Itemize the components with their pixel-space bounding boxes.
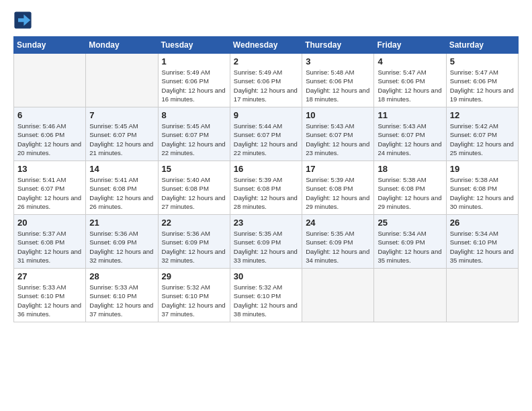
day-number: 28 bbox=[89, 271, 154, 281]
day-number: 18 bbox=[378, 164, 442, 174]
calendar-header-friday: Friday bbox=[374, 37, 446, 54]
day-number: 7 bbox=[89, 110, 154, 120]
day-info: Sunrise: 5:38 AMSunset: 6:08 PMDaylight:… bbox=[450, 175, 515, 211]
calendar-cell: 27Sunrise: 5:33 AMSunset: 6:10 PMDayligh… bbox=[14, 269, 86, 322]
calendar-cell bbox=[86, 54, 158, 107]
calendar-week-row: 20Sunrise: 5:37 AMSunset: 6:08 PMDayligh… bbox=[14, 215, 519, 269]
calendar-cell: 8Sunrise: 5:45 AMSunset: 6:07 PMDaylight… bbox=[158, 107, 230, 161]
day-info: Sunrise: 5:35 AMSunset: 6:09 PMDaylight:… bbox=[306, 229, 370, 265]
day-number: 17 bbox=[306, 164, 370, 174]
calendar-cell: 23Sunrise: 5:35 AMSunset: 6:09 PMDayligh… bbox=[230, 215, 302, 269]
day-number: 10 bbox=[306, 110, 370, 120]
day-info: Sunrise: 5:47 AMSunset: 6:06 PMDaylight:… bbox=[378, 68, 442, 103]
day-info: Sunrise: 5:32 AMSunset: 6:10 PMDaylight:… bbox=[234, 283, 298, 318]
day-number: 25 bbox=[378, 218, 442, 228]
day-number: 24 bbox=[306, 218, 370, 228]
day-info: Sunrise: 5:34 AMSunset: 6:09 PMDaylight:… bbox=[378, 229, 442, 265]
day-info: Sunrise: 5:43 AMSunset: 6:07 PMDaylight:… bbox=[378, 122, 442, 157]
calendar-header-saturday: Saturday bbox=[446, 37, 518, 54]
day-info: Sunrise: 5:44 AMSunset: 6:07 PMDaylight:… bbox=[234, 122, 298, 157]
day-info: Sunrise: 5:41 AMSunset: 6:07 PMDaylight:… bbox=[17, 175, 82, 211]
calendar-header-monday: Monday bbox=[86, 37, 158, 54]
day-info: Sunrise: 5:40 AMSunset: 6:08 PMDaylight:… bbox=[162, 175, 226, 211]
day-info: Sunrise: 5:38 AMSunset: 6:08 PMDaylight:… bbox=[378, 175, 442, 211]
calendar-cell: 18Sunrise: 5:38 AMSunset: 6:08 PMDayligh… bbox=[374, 161, 446, 215]
calendar-cell: 16Sunrise: 5:39 AMSunset: 6:08 PMDayligh… bbox=[230, 161, 302, 215]
day-number: 9 bbox=[234, 110, 298, 120]
calendar-cell: 4Sunrise: 5:47 AMSunset: 6:06 PMDaylight… bbox=[374, 54, 446, 107]
day-info: Sunrise: 5:33 AMSunset: 6:10 PMDaylight:… bbox=[89, 283, 154, 318]
calendar-cell: 2Sunrise: 5:49 AMSunset: 6:06 PMDaylight… bbox=[230, 54, 302, 107]
day-number: 8 bbox=[162, 110, 226, 120]
calendar-cell: 24Sunrise: 5:35 AMSunset: 6:09 PMDayligh… bbox=[302, 215, 374, 269]
calendar-cell: 15Sunrise: 5:40 AMSunset: 6:08 PMDayligh… bbox=[158, 161, 230, 215]
day-number: 14 bbox=[89, 164, 154, 174]
day-number: 23 bbox=[234, 218, 298, 228]
day-info: Sunrise: 5:45 AMSunset: 6:07 PMDaylight:… bbox=[89, 122, 154, 157]
calendar-cell: 14Sunrise: 5:41 AMSunset: 6:08 PMDayligh… bbox=[86, 161, 158, 215]
day-info: Sunrise: 5:35 AMSunset: 6:09 PMDaylight:… bbox=[234, 229, 298, 265]
day-number: 19 bbox=[450, 164, 515, 174]
calendar-cell: 29Sunrise: 5:32 AMSunset: 6:10 PMDayligh… bbox=[158, 269, 230, 322]
day-info: Sunrise: 5:45 AMSunset: 6:07 PMDaylight:… bbox=[162, 122, 226, 157]
calendar-cell bbox=[302, 269, 374, 322]
calendar-cell: 1Sunrise: 5:49 AMSunset: 6:06 PMDaylight… bbox=[158, 54, 230, 107]
calendar-week-row: 27Sunrise: 5:33 AMSunset: 6:10 PMDayligh… bbox=[14, 269, 519, 322]
calendar-week-row: 13Sunrise: 5:41 AMSunset: 6:07 PMDayligh… bbox=[14, 161, 519, 215]
day-info: Sunrise: 5:48 AMSunset: 6:06 PMDaylight:… bbox=[306, 68, 370, 103]
calendar-cell: 13Sunrise: 5:41 AMSunset: 6:07 PMDayligh… bbox=[14, 161, 86, 215]
day-info: Sunrise: 5:46 AMSunset: 6:06 PMDaylight:… bbox=[17, 122, 82, 157]
calendar-cell bbox=[374, 269, 446, 322]
calendar-cell bbox=[14, 54, 86, 107]
day-number: 13 bbox=[17, 164, 82, 174]
day-info: Sunrise: 5:36 AMSunset: 6:09 PMDaylight:… bbox=[162, 229, 226, 265]
calendar-cell: 10Sunrise: 5:43 AMSunset: 6:07 PMDayligh… bbox=[302, 107, 374, 161]
day-info: Sunrise: 5:39 AMSunset: 6:08 PMDaylight:… bbox=[306, 175, 370, 211]
calendar-cell: 30Sunrise: 5:32 AMSunset: 6:10 PMDayligh… bbox=[230, 269, 302, 322]
day-info: Sunrise: 5:36 AMSunset: 6:09 PMDaylight:… bbox=[89, 229, 154, 265]
calendar-cell: 6Sunrise: 5:46 AMSunset: 6:06 PMDaylight… bbox=[14, 107, 86, 161]
calendar-cell: 21Sunrise: 5:36 AMSunset: 6:09 PMDayligh… bbox=[86, 215, 158, 269]
day-number: 4 bbox=[378, 56, 442, 66]
calendar-table: SundayMondayTuesdayWednesdayThursdayFrid… bbox=[13, 36, 519, 322]
day-info: Sunrise: 5:42 AMSunset: 6:07 PMDaylight:… bbox=[450, 122, 515, 157]
day-info: Sunrise: 5:47 AMSunset: 6:06 PMDaylight:… bbox=[450, 68, 515, 103]
calendar-cell: 12Sunrise: 5:42 AMSunset: 6:07 PMDayligh… bbox=[446, 107, 518, 161]
day-info: Sunrise: 5:49 AMSunset: 6:06 PMDaylight:… bbox=[162, 68, 226, 103]
day-number: 5 bbox=[450, 56, 515, 66]
day-number: 12 bbox=[450, 110, 515, 120]
day-info: Sunrise: 5:33 AMSunset: 6:10 PMDaylight:… bbox=[17, 283, 82, 318]
calendar-week-row: 6Sunrise: 5:46 AMSunset: 6:06 PMDaylight… bbox=[14, 107, 519, 161]
day-number: 16 bbox=[234, 164, 298, 174]
day-info: Sunrise: 5:41 AMSunset: 6:08 PMDaylight:… bbox=[89, 175, 154, 211]
calendar-cell: 11Sunrise: 5:43 AMSunset: 6:07 PMDayligh… bbox=[374, 107, 446, 161]
calendar-cell: 19Sunrise: 5:38 AMSunset: 6:08 PMDayligh… bbox=[446, 161, 518, 215]
day-number: 6 bbox=[17, 110, 82, 120]
calendar-cell: 26Sunrise: 5:34 AMSunset: 6:10 PMDayligh… bbox=[446, 215, 518, 269]
calendar-cell: 9Sunrise: 5:44 AMSunset: 6:07 PMDaylight… bbox=[230, 107, 302, 161]
calendar-cell: 28Sunrise: 5:33 AMSunset: 6:10 PMDayligh… bbox=[86, 269, 158, 322]
day-info: Sunrise: 5:34 AMSunset: 6:10 PMDaylight:… bbox=[450, 229, 515, 265]
day-info: Sunrise: 5:49 AMSunset: 6:06 PMDaylight:… bbox=[234, 68, 298, 103]
calendar-cell: 20Sunrise: 5:37 AMSunset: 6:08 PMDayligh… bbox=[14, 215, 86, 269]
day-number: 20 bbox=[17, 218, 82, 228]
day-number: 27 bbox=[17, 271, 82, 281]
calendar-cell bbox=[446, 269, 518, 322]
day-number: 21 bbox=[89, 218, 154, 228]
calendar-header-wednesday: Wednesday bbox=[230, 37, 302, 54]
calendar-cell: 22Sunrise: 5:36 AMSunset: 6:09 PMDayligh… bbox=[158, 215, 230, 269]
day-number: 26 bbox=[450, 218, 515, 228]
calendar-header-tuesday: Tuesday bbox=[158, 37, 230, 54]
calendar-cell: 3Sunrise: 5:48 AMSunset: 6:06 PMDaylight… bbox=[302, 54, 374, 107]
page: SundayMondayTuesdayWednesdayThursdayFrid… bbox=[0, 0, 532, 411]
calendar-cell: 17Sunrise: 5:39 AMSunset: 6:08 PMDayligh… bbox=[302, 161, 374, 215]
logo bbox=[13, 11, 35, 30]
day-info: Sunrise: 5:39 AMSunset: 6:08 PMDaylight:… bbox=[234, 175, 298, 211]
day-info: Sunrise: 5:32 AMSunset: 6:10 PMDaylight:… bbox=[162, 283, 226, 318]
day-number: 1 bbox=[162, 56, 226, 66]
calendar-header-thursday: Thursday bbox=[302, 37, 374, 54]
calendar-cell: 5Sunrise: 5:47 AMSunset: 6:06 PMDaylight… bbox=[446, 54, 518, 107]
day-number: 3 bbox=[306, 56, 370, 66]
day-info: Sunrise: 5:37 AMSunset: 6:08 PMDaylight:… bbox=[17, 229, 82, 265]
day-number: 15 bbox=[162, 164, 226, 174]
